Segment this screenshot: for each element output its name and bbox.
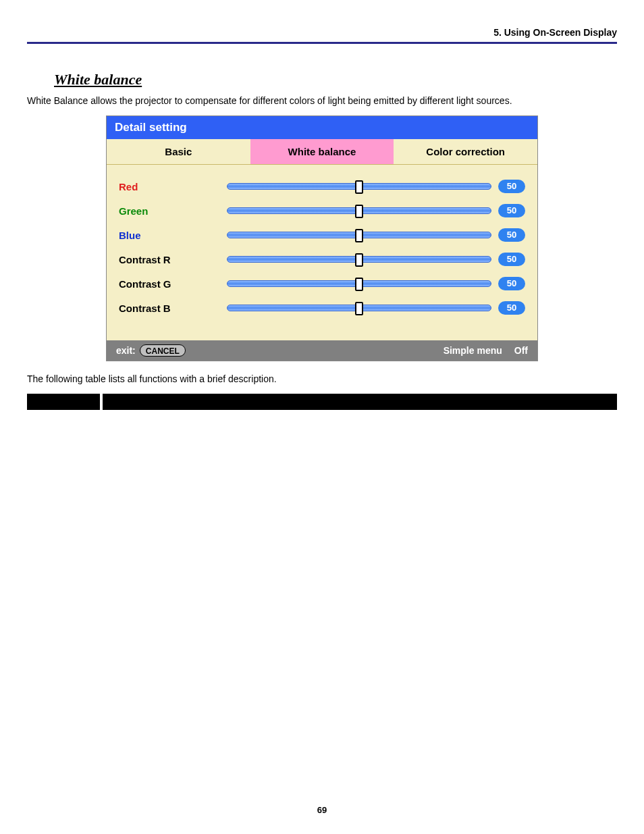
slider-wrap: 50	[227, 277, 525, 290]
slider-value: 50	[498, 180, 525, 193]
slider-value: 50	[498, 228, 525, 242]
slider-track[interactable]	[227, 232, 491, 238]
slider-value: 50	[498, 253, 525, 266]
page-header: 5. Using On-Screen Display	[27, 27, 617, 44]
function-table	[27, 394, 617, 410]
slider-thumb[interactable]	[355, 180, 363, 194]
simple-menu-label: Simple menu	[444, 345, 502, 356]
osd-row: Red50	[119, 174, 525, 199]
slider-thumb[interactable]	[355, 302, 363, 315]
slider-wrap: 50	[227, 301, 525, 315]
slider-track[interactable]	[227, 207, 491, 214]
slider-wrap: 50	[227, 180, 525, 193]
page-number: 69	[0, 805, 644, 815]
tab-white-balance[interactable]: White balance	[250, 139, 394, 164]
osd-body: Red50Green50Blue50Contrast R50Contrast G…	[107, 165, 537, 340]
slider-wrap: 50	[227, 228, 525, 242]
table-header-col2	[101, 394, 617, 410]
slider-label: Blue	[119, 230, 227, 241]
slider-value: 50	[498, 301, 525, 315]
tab-color-correction[interactable]: Color correction	[394, 139, 537, 164]
post-text: The following table lists all functions …	[27, 373, 617, 384]
slider-track[interactable]	[227, 183, 491, 190]
slider-value: 50	[498, 277, 525, 290]
osd-row: Blue50	[119, 223, 525, 247]
slider-thumb[interactable]	[355, 205, 363, 218]
slider-wrap: 50	[227, 253, 525, 266]
osd-row: Contrast R50	[119, 247, 525, 271]
slider-track[interactable]	[227, 305, 491, 311]
intro-text: White Balance allows the projector to co…	[27, 95, 617, 106]
osd-tabs: Basic White balance Color correction	[107, 139, 537, 165]
cancel-button[interactable]: CANCEL	[140, 344, 186, 357]
slider-thumb[interactable]	[355, 229, 363, 242]
osd-row: Contrast G50	[119, 271, 525, 296]
osd-title: Detail setting	[107, 116, 537, 139]
slider-label: Red	[119, 181, 227, 192]
slider-label: Contrast G	[119, 278, 227, 290]
slider-label: Green	[119, 205, 227, 217]
slider-label: Contrast R	[119, 254, 227, 265]
osd-row: Green50	[119, 199, 525, 223]
slider-value: 50	[498, 204, 525, 217]
slider-thumb[interactable]	[355, 253, 363, 267]
slider-track[interactable]	[227, 280, 491, 287]
tab-basic[interactable]: Basic	[107, 139, 250, 164]
chapter-label: 5. Using On-Screen Display	[493, 27, 617, 38]
slider-wrap: 50	[227, 204, 525, 217]
osd-row: Contrast B50	[119, 296, 525, 320]
osd-window: Detail setting Basic White balance Color…	[106, 115, 538, 361]
simple-menu-value: Off	[514, 345, 528, 356]
exit-label: exit:	[116, 345, 136, 356]
section-title: White balance	[54, 71, 617, 88]
osd-footer: exit: CANCEL Simple menu Off	[107, 340, 537, 361]
slider-label: Contrast B	[119, 303, 227, 314]
slider-track[interactable]	[227, 256, 491, 263]
slider-thumb[interactable]	[355, 278, 363, 291]
table-header-col1	[27, 394, 101, 410]
